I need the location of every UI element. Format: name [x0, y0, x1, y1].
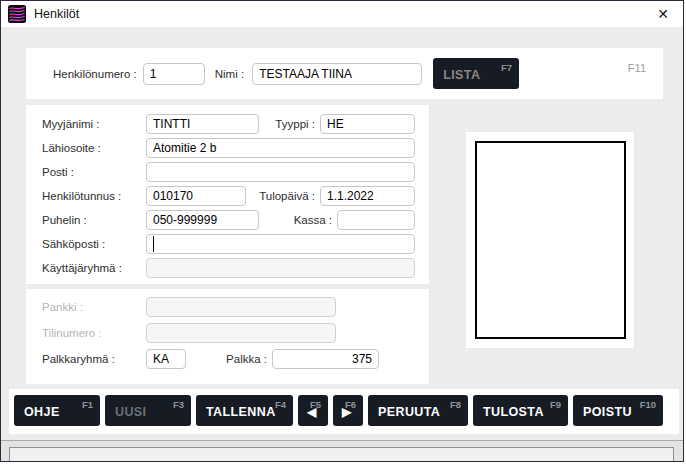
- row-puhelin: Puhelin : Kassa :: [42, 210, 415, 230]
- posti-label: Posti :: [42, 166, 146, 178]
- pankki-input: [146, 297, 336, 317]
- sahkoposti-input[interactable]: [146, 234, 415, 254]
- puhelin-input[interactable]: [146, 210, 259, 230]
- lahiosoite-input[interactable]: [146, 138, 415, 158]
- photo-card: [466, 132, 634, 348]
- henkilonumero-label: Henkilönumero :: [53, 68, 137, 80]
- status-bar: [1, 440, 683, 462]
- window-title: Henkilöt: [34, 7, 79, 21]
- tulosta-fkey-label: F9: [550, 399, 561, 410]
- lahiosoite-label: Lähiosoite :: [42, 142, 146, 154]
- tallenna-button[interactable]: TALLENNA F4: [196, 395, 293, 426]
- close-icon[interactable]: ✕: [653, 5, 673, 23]
- nimi-input[interactable]: [252, 63, 422, 85]
- peruuta-fkey-label: F8: [450, 399, 461, 410]
- row-palkkaryhma: Palkkaryhmä : Palkka :: [42, 349, 415, 369]
- text-caret: [153, 236, 154, 252]
- previous-record-button[interactable]: ◀ F5: [298, 395, 328, 426]
- uusi-button[interactable]: UUSI F3: [105, 395, 191, 426]
- tulosta-button[interactable]: TULOSTA F9: [473, 395, 568, 426]
- status-bar-field: [9, 447, 674, 462]
- kayttajaryhma-input: [146, 258, 415, 278]
- uusi-fkey-label: F3: [173, 399, 184, 410]
- myyjanimi-label: Myyjänimi :: [42, 118, 146, 130]
- palkka-label: Palkka :: [226, 353, 267, 365]
- ohje-button[interactable]: OHJE F1: [14, 395, 100, 426]
- nimi-label: Nimi :: [215, 68, 244, 80]
- tilinumero-input: [146, 323, 336, 343]
- poistu-fkey-label: F10: [640, 399, 656, 410]
- title-bar: Henkilöt ✕: [1, 1, 683, 27]
- row-pankki: Pankki :: [42, 297, 415, 317]
- bank-salary-panel: Pankki : Tilinumero : Palkkaryhmä : Palk…: [26, 289, 429, 384]
- kayttajaryhma-label: Käyttäjäryhmä :: [42, 262, 146, 274]
- row-tilinumero: Tilinumero :: [42, 323, 415, 343]
- tulopaiva-input[interactable]: [320, 186, 415, 206]
- row-lahiosoite: Lähiosoite :: [42, 138, 415, 158]
- lista-button[interactable]: LISTA F7: [433, 58, 519, 89]
- row-myyjanimi: Myyjänimi : Tyyppi :: [42, 114, 415, 134]
- tulopaiva-label: Tulopäivä :: [259, 190, 315, 202]
- tulosta-button-label: TULOSTA: [483, 405, 544, 419]
- tyyppi-label: Tyyppi :: [275, 118, 315, 130]
- kassa-input[interactable]: [337, 210, 415, 230]
- tilinumero-label: Tilinumero :: [42, 327, 146, 339]
- poistu-button[interactable]: POISTU F10: [573, 395, 663, 426]
- peruuta-button[interactable]: PERUUTA F8: [368, 395, 468, 426]
- tallenna-fkey-label: F4: [275, 399, 286, 410]
- person-form-panel: Myyjänimi : Tyyppi : Lähiosoite : Posti …: [26, 105, 429, 284]
- henkilonumero-input[interactable]: [143, 63, 205, 85]
- f11-shortcut-label: F11: [628, 62, 646, 74]
- row-sahkoposti: Sähköposti :: [42, 234, 415, 254]
- header-panel: Henkilönumero : Nimi : LISTA F7 F11: [26, 48, 663, 99]
- poistu-button-label: POISTU: [583, 405, 632, 419]
- palkkaryhma-input[interactable]: [146, 349, 186, 369]
- lista-fkey-label: F7: [501, 62, 512, 73]
- ohje-button-label: OHJE: [24, 405, 60, 419]
- tallenna-button-label: TALLENNA: [206, 405, 276, 419]
- puhelin-label: Puhelin :: [42, 214, 146, 226]
- previous-fkey-label: F5: [310, 399, 321, 410]
- row-kayttajaryhma: Käyttäjäryhmä :: [42, 258, 415, 278]
- lista-button-label: LISTA: [443, 68, 480, 82]
- row-posti: Posti :: [42, 162, 415, 182]
- row-henkilotunnus: Henkilötunnus : Tulopäivä :: [42, 186, 415, 206]
- pankki-label: Pankki :: [42, 301, 146, 313]
- footer-button-bar: OHJE F1 UUSI F3 TALLENNA F4 ◀ F5 ▶ F6 PE…: [9, 389, 679, 434]
- peruuta-button-label: PERUUTA: [378, 405, 440, 419]
- app-window: Henkilöt ✕ Henkilönumero : Nimi : LISTA …: [0, 0, 684, 462]
- sahkoposti-label: Sähköposti :: [42, 238, 146, 250]
- uusi-button-label: UUSI: [115, 405, 146, 419]
- posti-input[interactable]: [146, 162, 415, 182]
- henkilotunnus-label: Henkilötunnus :: [42, 190, 146, 202]
- sahkoposti-input-wrap: [146, 234, 415, 254]
- next-record-button[interactable]: ▶ F6: [333, 395, 363, 426]
- tyyppi-input[interactable]: [320, 114, 415, 134]
- kassa-label: Kassa :: [294, 214, 332, 226]
- app-logo-icon: [8, 5, 26, 23]
- photo-placeholder: [475, 141, 626, 339]
- henkilotunnus-input[interactable]: [146, 186, 246, 206]
- palkka-input[interactable]: [272, 349, 379, 369]
- next-fkey-label: F6: [345, 399, 356, 410]
- palkkaryhma-label: Palkkaryhmä :: [42, 353, 146, 365]
- ohje-fkey-label: F1: [82, 399, 93, 410]
- myyjanimi-input[interactable]: [146, 114, 259, 134]
